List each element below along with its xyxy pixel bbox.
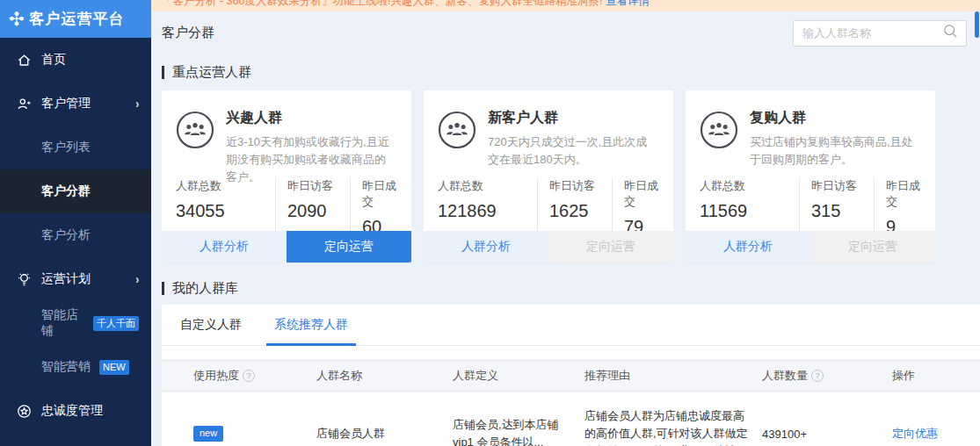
stat-value: 11569 [700,201,799,221]
stat-label: 昨日成交 [362,178,404,210]
col-group-definition: 人群定义 [453,368,498,384]
sidebar-item-label: 客户分析 [41,227,91,243]
group-count-cell: 439100+ [762,428,892,441]
recommend-reason-cell: 店铺会员人群为店铺忠诚度最高的高价值人群,可针对该人群做定向权益、召回等,强化会… [584,407,762,446]
stat-label: 昨日访客 [811,178,874,194]
group-people-icon [176,111,214,149]
tab-custom-groups[interactable]: 自定义人群 [180,305,242,345]
sidebar-item-label: 智能店铺 [41,307,84,339]
col-group-name: 人群名称 [316,368,362,384]
stat-label: 昨日访客 [287,178,350,194]
group-name-cell: 店铺会员人群 [316,426,453,442]
stat-label: 人群总数 [438,178,537,194]
sidebar-item-label: 首页 [41,52,66,68]
search-icon[interactable] [943,24,958,42]
search-input[interactable] [802,26,943,40]
stat-label: 昨日成交 [886,178,928,210]
sidebar-item-label: 客户分群 [41,183,91,199]
table-row: new 店铺会员人群 店铺会员,达到本店铺 vip1 会员条件以... 店铺会员… [162,392,980,446]
stat-value: 315 [811,201,874,221]
vertical-scrollbar-thumb[interactable] [975,11,979,38]
app-logo: ✣ 客户运营平台 [0,0,151,38]
sidebar-item-loyalty-mgmt[interactable]: 忠诚度管理 [0,389,151,433]
section-key-groups: 重点运营人群 [162,64,967,81]
sidebar-item-label: 客户管理 [41,96,91,112]
sidebar-item-home[interactable]: 首页 [0,38,151,82]
help-icon[interactable]: ? [811,370,824,382]
targeted-operation-button[interactable]: 定向运营 [287,231,411,263]
sidebar-item-customer-analysis[interactable]: 客户分析 [0,213,151,257]
stat-value: 2090 [287,201,350,221]
sidebar-item-label: 运营计划 [41,271,91,287]
sidebar-item-label: 智能营销 [41,359,91,375]
star-circle-icon [16,403,32,419]
card-interest-group: 兴趣人群 近3-10天有加购或收藏行为,且近期没有购买加购或者收藏商品的客户。 … [162,90,411,263]
users-icon [16,96,32,112]
sidebar-nav: 首页 客户管理 › 客户列表 客户分群 客户分析 运营计划 › 智能店铺 [0,38,151,433]
card-title: 新客户人群 [488,109,657,127]
chevron-right-icon: › [135,272,138,287]
sidebar-item-label: 忠诚度管理 [41,403,103,419]
analyze-group-button[interactable]: 人群分析 [424,231,548,263]
bulb-icon [16,271,32,287]
sidebar-item-smart-store[interactable]: 智能店铺 千人千面 [0,301,151,345]
new-heat-badge: new [193,426,223,442]
col-usage-heat: 使用热度 [193,368,239,384]
sidebar-item-customer-mgmt[interactable]: 客户管理 › [0,82,151,126]
col-group-count: 人群数量 [762,368,808,384]
home-icon [16,52,32,68]
section-my-library: 我的人群库 [162,280,967,297]
sidebar: ✣ 客户运营平台 首页 客户管理 › 客户列表 客户分群 客户分析 [0,0,151,446]
card-description: 720天内只成交过一次,且此次成交在最近180天内。 [488,133,657,169]
group-library-panel: 自定义人群 系统推荐人群 使用热度? 人群名称 人群定义 推荐理由 人群数量? … [162,305,980,446]
smart-store-badge: 千人千面 [93,316,139,331]
section-title: 重点运营人群 [172,64,251,81]
card-description: 买过店铺内复购率较高商品,且处于回购周期的客户。 [750,133,919,169]
targeted-operation-button[interactable]: 定向运营 [810,231,935,263]
analyze-group-button[interactable]: 人群分析 [162,231,287,263]
chevron-right-icon: › [135,97,138,112]
card-repurchase-group: 复购人群 买过店铺内复购率较高商品,且处于回购周期的客户。 人群总数11569 … [686,90,935,263]
logo-pinwheel-icon: ✣ [9,10,25,28]
section-accent-bar [162,282,164,295]
stat-label: 昨日成交 [624,178,666,210]
col-actions: 操作 [892,368,915,384]
card-title: 复购人群 [750,109,919,127]
search-box[interactable] [793,20,967,47]
sidebar-item-label: 客户列表 [41,140,91,155]
stat-value: 1625 [549,201,612,221]
analyze-group-button[interactable]: 人群分析 [686,231,810,263]
sidebar-item-smart-marketing[interactable]: 智能营销 NEW [0,345,151,389]
new-badge: NEW [99,360,129,375]
stat-label: 人群总数 [700,178,799,194]
app-title: 客户运营平台 [30,9,125,29]
group-definition-cell: 店铺会员,达到本店铺 vip1 会员条件以... [453,416,569,446]
key-group-cards: 兴趣人群 近3-10天有加购或收藏行为,且近期没有购买加购或者收藏商品的客户。 … [162,90,967,263]
help-icon[interactable]: ? [243,370,255,382]
sidebar-item-customer-segments[interactable]: 客户分群 [0,169,151,213]
sidebar-item-customer-list[interactable]: 客户列表 [0,126,151,169]
stat-value: 34055 [176,201,275,221]
page-title: 客户分群 [162,25,214,41]
banner-details-link[interactable]: 查看详情 [606,0,650,7]
section-accent-bar [162,66,164,79]
announcement-banner: 「客户分析 - 360度人群效果分析」功能上线啦!兴趣人群、新客、复购人群全链路… [151,0,980,11]
targeted-operation-button[interactable]: 定向运营 [548,231,673,263]
content: 客户分群 重点运营人群 兴趣人群 [151,19,980,446]
main-area: 「客户分析 - 360度人群效果分析」功能上线啦!兴趣人群、新客、复购人群全链路… [151,0,980,446]
tab-system-recommended-groups[interactable]: 系统推荐人群 [274,305,348,345]
banner-text: 「客户分析 - 360度人群效果分析」功能上线啦!兴趣人群、新客、复购人群全链路… [162,0,602,7]
targeted-discount-link[interactable]: 定向优惠 [892,427,938,440]
stat-label: 昨日访客 [549,178,612,194]
section-title: 我的人群库 [172,280,238,297]
col-recommend-reason: 推荐理由 [584,368,630,384]
card-title: 兴趣人群 [226,109,396,127]
group-people-icon [700,111,738,149]
library-tabs: 自定义人群 系统推荐人群 [162,305,980,346]
card-new-customer-group: 新客户人群 720天内只成交过一次,且此次成交在最近180天内。 人群总数121… [424,90,673,263]
table-header: 使用热度? 人群名称 人群定义 推荐理由 人群数量? 操作 [162,360,980,392]
group-people-icon [438,111,476,149]
stat-label: 人群总数 [176,178,275,194]
sidebar-item-operation-plan[interactable]: 运营计划 › [0,257,151,301]
stat-value: 121869 [438,201,537,221]
